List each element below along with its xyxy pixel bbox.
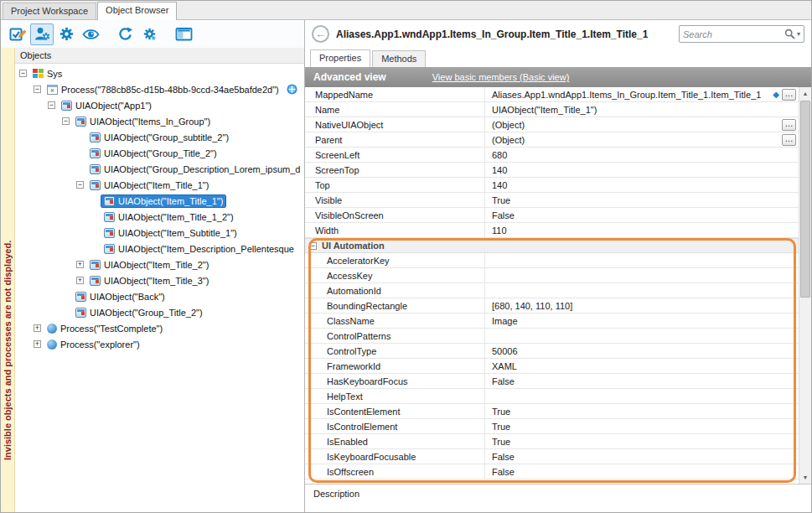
property-row-width[interactable]: Width110 bbox=[305, 223, 799, 238]
tree-item-label: UIAObject("Item_Title_1_2") bbox=[118, 212, 234, 222]
property-value: False bbox=[485, 376, 799, 386]
property-value: 50006 bbox=[485, 346, 799, 356]
breadcrumb: Aliases.App1.wndApp1.Items_In_Group.Item… bbox=[336, 28, 648, 40]
property-row-iskeyboardfocusable[interactable]: IsKeyboardFocusableFalse bbox=[305, 449, 799, 464]
property-row-haskeyboardfocus[interactable]: HasKeyboardFocusFalse bbox=[305, 374, 799, 389]
uiaobject-icon bbox=[75, 308, 86, 318]
property-value: (Object) bbox=[485, 135, 782, 145]
basic-view-link[interactable]: View basic members (Basic view) bbox=[432, 72, 570, 82]
uiaobject-icon bbox=[104, 244, 115, 254]
tree-item-uiaobject-items-in-group[interactable]: −UIAObject("Items_In_Group") bbox=[15, 113, 304, 129]
tree-item-uiaobject-item-title-1-2[interactable]: UIAObject("Item_Title_1_2") bbox=[15, 209, 304, 225]
property-row-isenabled[interactable]: IsEnabledTrue bbox=[305, 434, 799, 449]
ellipsis-button[interactable]: … bbox=[782, 134, 796, 146]
property-row-mappedname[interactable]: MappedNameAliases.App1.wndApp1.Items_In_… bbox=[305, 87, 799, 102]
tree-item-uiaobject-item-title-2[interactable]: +UIAObject("Item_Title_2") bbox=[15, 256, 304, 272]
scroll-up-icon[interactable]: ▲ bbox=[799, 87, 811, 100]
view-mode-bar: Advanced view View basic members (Basic … bbox=[305, 67, 811, 87]
tree-item-uiaobject-group-subtitle-2[interactable]: UIAObject("Group_subtitle_2") bbox=[15, 129, 304, 145]
tab-object-browser[interactable]: Object Browser bbox=[97, 2, 177, 20]
property-row-controltype[interactable]: ControlType50006 bbox=[305, 344, 799, 359]
tree-item-uiaobject-back[interactable]: UIAObject("Back") bbox=[15, 288, 304, 304]
property-value: False bbox=[485, 210, 799, 220]
tree-item-uiaobject-item-title-1[interactable]: −UIAObject("Item_Title_1") bbox=[15, 177, 304, 193]
expand-icon[interactable]: + bbox=[76, 261, 84, 268]
tab-project-workspace[interactable]: Project Workspace bbox=[3, 3, 96, 19]
property-value: 110 bbox=[485, 225, 799, 236]
collapse-icon[interactable]: − bbox=[76, 181, 84, 189]
property-row-frameworkid[interactable]: FrameworkIdXAML bbox=[305, 359, 799, 374]
property-row-screentop[interactable]: ScreenTop140 bbox=[305, 163, 799, 178]
advanced-actions-button[interactable] bbox=[137, 23, 161, 45]
tree-item-uiaobject-item-description-pellentesque[interactable]: UIAObject("Item_Description_Pellentesque bbox=[15, 241, 304, 256]
search-icon[interactable] bbox=[784, 28, 795, 39]
property-row-classname[interactable]: ClassNameImage bbox=[305, 314, 799, 329]
uiaobject-icon bbox=[90, 260, 101, 270]
invisible-objects-note: Invisible objects and processes are not … bbox=[1, 48, 15, 513]
tree-item-uiaobject-group-title-2[interactable]: UIAObject("Group_Title_2") bbox=[15, 145, 304, 161]
collapse-icon[interactable]: − bbox=[34, 86, 41, 93]
expand-icon[interactable]: + bbox=[34, 340, 41, 348]
ellipsis-button[interactable]: … bbox=[782, 119, 796, 131]
search-dropdown-icon[interactable]: ▾ bbox=[797, 30, 800, 38]
property-row-name[interactable]: NameUIAObject("Item_Title_1") bbox=[305, 102, 799, 117]
property-row-automationid[interactable]: AutomationId bbox=[305, 283, 799, 298]
tree-item-sys[interactable]: −Sys bbox=[15, 65, 304, 81]
property-row-helptext[interactable]: HelpText bbox=[305, 389, 799, 404]
options-icon bbox=[59, 26, 75, 42]
uiaobject-icon bbox=[90, 164, 101, 174]
property-row-visible[interactable]: VisibleTrue bbox=[305, 193, 799, 208]
group-row-ui-automation[interactable]: −UI Automation bbox=[305, 238, 799, 253]
expand-icon[interactable]: + bbox=[76, 277, 84, 284]
tree-item-process-explorer[interactable]: +Process("explorer") bbox=[15, 336, 304, 352]
property-value: False bbox=[485, 452, 799, 462]
back-button[interactable]: ← bbox=[312, 25, 329, 43]
collapse-icon[interactable]: − bbox=[62, 117, 70, 125]
search-input[interactable] bbox=[683, 29, 784, 39]
property-row-controlpatterns[interactable]: ControlPatterns bbox=[305, 329, 799, 344]
tree-item-uiaobject-app1[interactable]: −UIAObject("App1") bbox=[15, 97, 304, 113]
tree-item-label: UIAObject("Group_Title_2") bbox=[104, 148, 217, 158]
show-object-window-button[interactable] bbox=[172, 23, 195, 45]
left-panel-body: Invisible objects and processes are not … bbox=[1, 48, 304, 513]
property-row-nativeuiaobject[interactable]: NativeUIAObject(Object)… bbox=[305, 117, 799, 132]
tree-item-uiaobject-item-title-3[interactable]: +UIAObject("Item_Title_3") bbox=[15, 272, 304, 288]
collapse-icon[interactable]: − bbox=[48, 101, 55, 109]
add-object-to-map-button[interactable] bbox=[6, 23, 29, 45]
process-icon bbox=[47, 324, 57, 334]
property-row-parent[interactable]: Parent(Object)… bbox=[305, 132, 799, 148]
scrollbar-thumb[interactable] bbox=[800, 101, 810, 298]
property-row-isoffscreen[interactable]: IsOffscreenFalse bbox=[305, 464, 799, 479]
options-button[interactable] bbox=[54, 23, 78, 45]
collapse-icon[interactable]: − bbox=[19, 70, 27, 77]
tree-item-label: Process("788cb85c-d15b-48bb-9ccd-34ae5ba… bbox=[61, 85, 279, 95]
search-box[interactable]: ▾ bbox=[679, 25, 804, 43]
ellipsis-button[interactable]: … bbox=[782, 89, 796, 101]
property-row-acceleratorkey[interactable]: AcceleratorKey bbox=[305, 253, 799, 268]
property-row-iscontrolelement[interactable]: IsControlElementTrue bbox=[305, 419, 799, 434]
property-row-boundingrectangle[interactable]: BoundingRectangle[680, 140, 110, 110] bbox=[305, 298, 799, 314]
expand-icon[interactable]: + bbox=[34, 324, 41, 332]
refresh-button[interactable] bbox=[113, 23, 137, 45]
highlight-object-button[interactable] bbox=[79, 23, 102, 45]
tree-item-label: UIAObject("Item_Subtitle_1") bbox=[118, 228, 237, 238]
collapse-group-icon[interactable]: − bbox=[309, 242, 317, 250]
property-row-top[interactable]: Top140 bbox=[305, 178, 799, 193]
vertical-scrollbar[interactable]: ▲ ▼ bbox=[799, 87, 811, 484]
property-row-accesskey[interactable]: AccessKey bbox=[305, 268, 799, 283]
tree-item-uiaobject-item-subtitle-1[interactable]: UIAObject("Item_Subtitle_1") bbox=[15, 225, 304, 241]
object-spy-button[interactable] bbox=[30, 23, 54, 45]
tree-item-process-testcomplete[interactable]: +Process("TestComplete") bbox=[15, 320, 304, 336]
tree-item-uiaobject-group-description-lorem-ipsum-[interactable]: UIAObject("Group_Description_Lorem_ipsum… bbox=[15, 161, 304, 177]
property-row-visibleonscreen[interactable]: VisibleOnScreenFalse bbox=[305, 208, 799, 223]
property-row-screenleft[interactable]: ScreenLeft680 bbox=[305, 148, 799, 163]
inspector-panel: ← Aliases.App1.wndApp1.Items_In_Group.It… bbox=[305, 20, 811, 513]
property-row-iscontentelement[interactable]: IsContentElementTrue bbox=[305, 404, 799, 419]
tree-item-uiaobject-group-title-2[interactable]: UIAObject("Group_Title_2") bbox=[15, 304, 304, 320]
tab-methods[interactable]: Methods bbox=[372, 50, 426, 67]
tab-properties[interactable]: Properties bbox=[310, 49, 370, 67]
process-icon bbox=[47, 339, 57, 350]
tree-item-uiaobject-item-title-1[interactable]: UIAObject("Item_Title_1") bbox=[15, 193, 304, 209]
scroll-down-icon[interactable]: ▼ bbox=[799, 471, 811, 484]
tree-item-process-788cb85c-d15b-48bb-9ccd-34ae5baf[interactable]: −×Process("788cb85c-d15b-48bb-9ccd-34ae5… bbox=[15, 81, 304, 97]
